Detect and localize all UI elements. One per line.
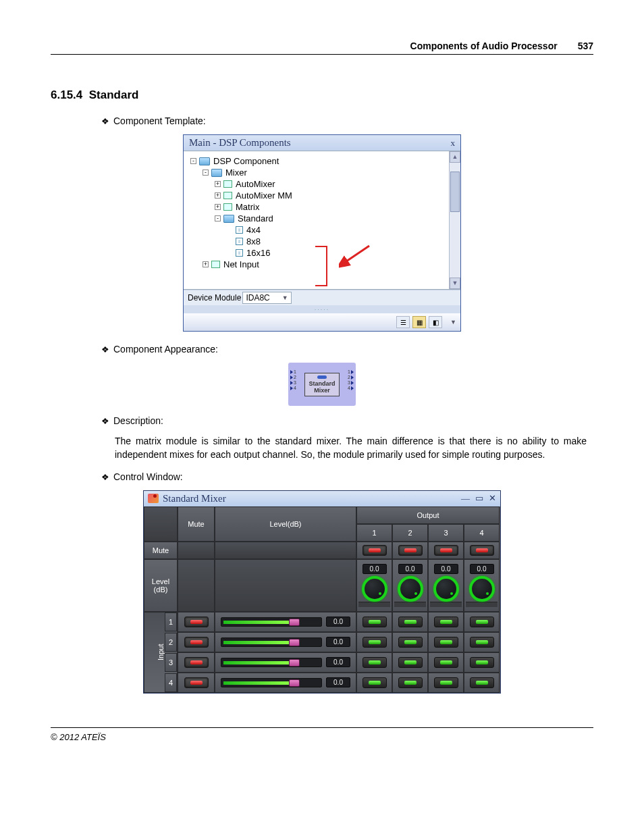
route-3-4[interactable]	[464, 652, 500, 673]
in-mute-1[interactable]	[184, 617, 209, 627]
route-2-3[interactable]	[428, 632, 464, 652]
route-2-2[interactable]	[392, 632, 428, 652]
level-knob[interactable]	[362, 576, 387, 602]
in-level-2[interactable]: 0.0	[215, 632, 356, 652]
mute-header: Mute	[178, 506, 215, 542]
input-num-1: 1	[165, 613, 177, 631]
in-level-3[interactable]: 0.0	[215, 652, 356, 673]
tree-node-automixer[interactable]: +AutoMixer	[215, 178, 445, 190]
in-mute-2[interactable]	[184, 637, 209, 648]
section-heading: 6.15.4 Standard	[51, 88, 593, 102]
level-knob[interactable]	[398, 576, 423, 602]
out-level-2[interactable]: 0.0	[392, 559, 428, 612]
subheading-control: Control Window:	[101, 471, 593, 482]
collapse-icon[interactable]: -	[203, 170, 209, 176]
port-number: 1	[348, 369, 350, 374]
toolbar-list-icon[interactable]: ☰	[396, 316, 410, 328]
tree-node-matrix[interactable]: +Matrix	[215, 201, 445, 213]
tree-leaf-4x4[interactable]: ⦀4x4	[227, 224, 445, 236]
input-row-1: 1	[178, 612, 215, 632]
level-slider[interactable]	[221, 617, 322, 627]
out-mute-2[interactable]	[392, 542, 428, 559]
close-icon[interactable]: x	[451, 138, 456, 149]
subheading-template: Component Template:	[101, 115, 593, 126]
expand-icon[interactable]: +	[215, 181, 221, 187]
window-titlebar[interactable]: Main - DSP Components x	[184, 135, 460, 151]
route-1-4[interactable]	[464, 612, 500, 632]
out-mute-3[interactable]	[428, 542, 464, 559]
tree-leaf-8x8[interactable]: ⦀8x8	[227, 236, 445, 247]
maximize-icon[interactable]: ▭	[475, 493, 483, 504]
resize-handle[interactable]: ·····	[184, 305, 460, 313]
out-level-4[interactable]: 0.0	[464, 559, 500, 612]
out-level-3[interactable]: 0.0	[428, 559, 464, 612]
route-4-2[interactable]	[392, 673, 428, 693]
component-top-icon	[317, 375, 327, 379]
route-3-3[interactable]	[428, 652, 464, 673]
scroll-thumb[interactable]	[450, 172, 460, 212]
in-level-4[interactable]: 0.0	[215, 673, 356, 693]
app-icon	[148, 494, 159, 503]
description-text: The matrix module is similar to the stan…	[115, 434, 587, 462]
in-mute-3[interactable]	[184, 657, 209, 668]
scroll-up-icon[interactable]: ▲	[450, 151, 460, 163]
tree-node-standard[interactable]: -Standard	[215, 213, 445, 224]
close-icon[interactable]: ✕	[489, 493, 496, 504]
level-slider[interactable]	[221, 637, 322, 647]
toolbar-grid-icon[interactable]: ▦	[412, 316, 426, 328]
component-block: 1 2 3 4 Standard Mixer 1 2 3 4	[288, 363, 356, 406]
section-number: 6.15.4	[51, 88, 82, 101]
collapse-icon[interactable]: -	[190, 158, 196, 164]
port-in-icon	[290, 370, 293, 374]
out-level-1[interactable]: 0.0	[356, 559, 392, 612]
in-mute-4[interactable]	[184, 677, 209, 688]
collapse-icon[interactable]: -	[215, 215, 221, 221]
route-3-2[interactable]	[392, 652, 428, 673]
route-2-1[interactable]	[356, 632, 392, 652]
route-4-3[interactable]	[428, 673, 464, 693]
scroll-down-icon[interactable]: ▼	[450, 278, 460, 289]
module-icon	[223, 180, 232, 188]
route-4-1[interactable]	[356, 673, 392, 693]
page-footer: © 2012 ATEÏS	[51, 727, 593, 742]
out-mute-1[interactable]	[356, 542, 392, 559]
tree-leaf-16x16[interactable]: ⦀16x16	[227, 247, 445, 259]
level-row-l2: (dB)	[154, 585, 168, 594]
tree-label: Standard	[238, 213, 273, 224]
expand-icon[interactable]: +	[215, 204, 221, 210]
route-1-3[interactable]	[428, 612, 464, 632]
chevron-down-icon[interactable]: ▼	[450, 319, 456, 325]
tree-label: Mixer	[225, 167, 247, 178]
component-name-2: Mixer	[308, 387, 335, 394]
output-col-4: 4	[464, 524, 500, 542]
device-module-select[interactable]: IDA8C▼	[242, 292, 291, 304]
module-icon	[223, 192, 232, 199]
level-knob[interactable]	[433, 576, 459, 602]
route-2-4[interactable]	[464, 632, 500, 652]
tree-label: Net Input	[223, 259, 259, 269]
level-knob[interactable]	[469, 576, 495, 602]
mixer-titlebar[interactable]: Standard Mixer — ▭ ✕	[144, 491, 500, 506]
port-in-icon	[290, 375, 293, 380]
expand-icon[interactable]: +	[215, 192, 221, 199]
subheading-appearance: Component Appearance:	[101, 344, 593, 355]
tree-node-root[interactable]: -DSP Component	[190, 155, 445, 167]
route-1-2[interactable]	[392, 612, 428, 632]
expand-icon[interactable]: +	[203, 261, 209, 267]
level-slider[interactable]	[221, 658, 322, 667]
tree-label: Matrix	[236, 202, 259, 212]
tree-node-automixer-mm[interactable]: +AutoMixer MM	[215, 190, 445, 201]
minimize-icon[interactable]: —	[461, 493, 470, 504]
route-1-1[interactable]	[356, 612, 392, 632]
out-mute-4[interactable]	[464, 542, 500, 559]
scrollbar[interactable]: ▲ ▼	[449, 151, 460, 289]
tree-node-mixer[interactable]: -Mixer	[203, 167, 445, 178]
dsp-components-window: Main - DSP Components x -DSP Component -…	[183, 134, 461, 332]
level-value: 0.0	[326, 657, 350, 667]
level-slider[interactable]	[221, 678, 322, 687]
component-label-box: Standard Mixer	[304, 373, 339, 396]
route-4-4[interactable]	[464, 673, 500, 693]
toolbar-tool-icon[interactable]: ◧	[429, 316, 442, 328]
in-level-1[interactable]: 0.0	[215, 612, 356, 632]
route-3-1[interactable]	[356, 652, 392, 673]
